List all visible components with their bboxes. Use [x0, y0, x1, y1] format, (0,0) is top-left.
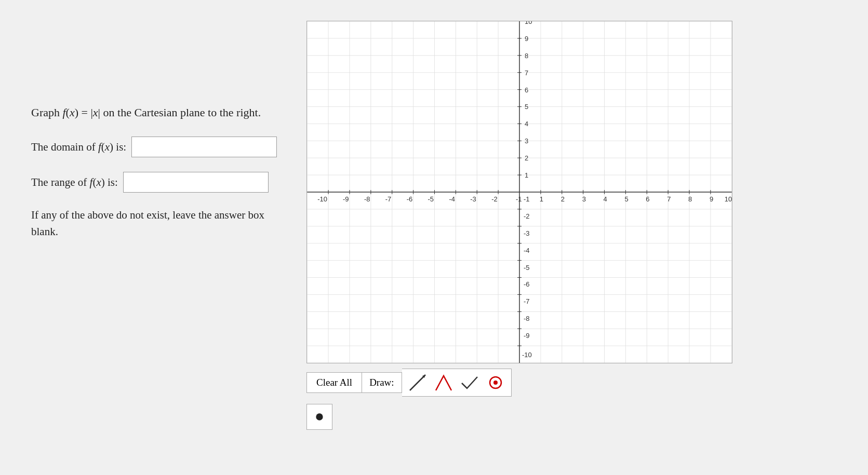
svg-text:6: 6 — [646, 195, 649, 203]
svg-text:-8: -8 — [524, 315, 530, 322]
graph-area[interactable]: 10 9 8 7 6 5 4 3 2 1 -1 -2 -3 -4 -5 -6 -… — [306, 21, 732, 363]
draw-tools — [402, 369, 512, 397]
clear-all-button[interactable]: Clear All — [306, 372, 362, 393]
svg-text:7: 7 — [667, 195, 671, 203]
svg-line-120 — [410, 375, 425, 390]
note-text: If any of the above do not exist, leave … — [31, 207, 291, 240]
pen-dot-button[interactable] — [306, 404, 332, 430]
svg-text:-6: -6 — [524, 280, 530, 288]
svg-text:10: 10 — [725, 195, 732, 203]
svg-text:8: 8 — [525, 52, 528, 60]
svg-text:3: 3 — [582, 195, 586, 203]
draw-label: Draw: — [362, 372, 402, 393]
svg-text:8: 8 — [688, 195, 692, 203]
svg-text:-4: -4 — [449, 195, 455, 203]
range-row: The range of f(x) is: — [31, 172, 291, 193]
svg-text:9: 9 — [525, 35, 528, 43]
cartesian-graph: 10 9 8 7 6 5 4 3 2 1 -1 -2 -3 -4 -5 -6 -… — [307, 21, 732, 363]
svg-text:-1: -1 — [516, 195, 522, 203]
range-label: The range of f(x) is: — [31, 176, 118, 189]
svg-text:5: 5 — [624, 195, 628, 203]
svg-text:1: 1 — [525, 171, 528, 179]
svg-text:4: 4 — [604, 195, 607, 203]
problem-statement: Graph f(x) = |x| on the Cartesian plane … — [31, 104, 291, 121]
right-panel: 10 9 8 7 6 5 4 3 2 1 -1 -2 -3 -4 -5 -6 -… — [291, 21, 858, 430]
checkmark-tool[interactable] — [458, 371, 481, 394]
svg-text:3: 3 — [525, 137, 528, 145]
svg-text:10: 10 — [525, 21, 532, 25]
range-input[interactable] — [123, 172, 269, 193]
domain-input[interactable] — [131, 137, 277, 157]
svg-text:-10: -10 — [522, 351, 532, 359]
line-draw-tool[interactable] — [406, 371, 429, 394]
svg-text:6: 6 — [525, 86, 528, 94]
circle-point-tool[interactable] — [484, 371, 507, 394]
svg-text:-6: -6 — [407, 195, 413, 203]
v-shape-tool[interactable] — [432, 371, 455, 394]
svg-text:-5: -5 — [428, 195, 434, 203]
svg-text:4: 4 — [525, 120, 528, 128]
svg-text:-2: -2 — [491, 195, 498, 203]
svg-text:-8: -8 — [364, 195, 370, 203]
bottom-row: Clear All Draw: — [306, 363, 512, 430]
svg-text:-2: -2 — [524, 212, 530, 220]
toolbar: Clear All Draw: — [306, 369, 512, 397]
domain-row: The domain of f(x) is: — [31, 137, 291, 157]
svg-text:2: 2 — [525, 154, 528, 162]
svg-text:5: 5 — [525, 103, 528, 111]
svg-text:2: 2 — [561, 195, 565, 203]
svg-point-123 — [493, 381, 498, 385]
svg-text:-1: -1 — [524, 195, 530, 203]
svg-text:-5: -5 — [524, 264, 530, 272]
svg-text:-7: -7 — [385, 195, 392, 203]
svg-text:9: 9 — [710, 195, 713, 203]
svg-text:-10: -10 — [317, 195, 327, 203]
domain-label: The domain of f(x) is: — [31, 141, 126, 154]
svg-text:1: 1 — [540, 195, 543, 203]
svg-text:-9: -9 — [343, 195, 349, 203]
svg-text:-9: -9 — [524, 332, 530, 340]
svg-text:-4: -4 — [524, 247, 530, 254]
left-panel: Graph f(x) = |x| on the Cartesian plane … — [31, 21, 291, 240]
svg-point-124 — [316, 413, 323, 420]
svg-text:-3: -3 — [470, 195, 476, 203]
svg-text:-3: -3 — [524, 229, 530, 237]
svg-text:-7: -7 — [524, 297, 530, 305]
svg-text:7: 7 — [525, 69, 528, 77]
